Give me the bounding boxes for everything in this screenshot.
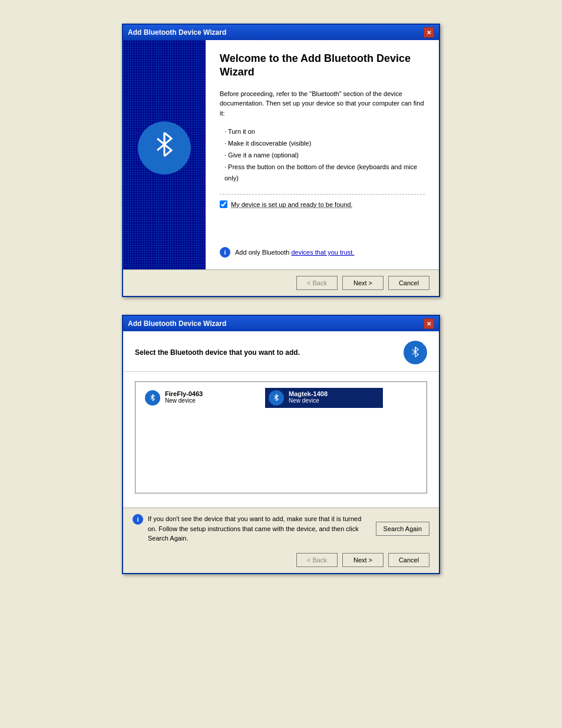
wizard2-info-text: If you don't see the device that you wan… xyxy=(148,514,371,543)
step-1: · Turn it on xyxy=(224,126,425,138)
ready-checkbox[interactable] xyxy=(220,200,227,208)
wizard2-window: Add Bluetooth Device Wizard ✕ Select the… xyxy=(122,315,440,574)
wizard1-steps: · Turn it on · Make it discoverable (vis… xyxy=(220,126,425,185)
wizard2-cancel-button[interactable]: Cancel xyxy=(388,553,429,567)
wizard1-back-button[interactable]: < Back xyxy=(296,276,338,290)
wizard1-left-panel: ® xyxy=(123,40,206,269)
wizard2-header-title: Select the Bluetooth device that you wan… xyxy=(135,348,300,357)
device-magtek-info: Magtek-1408 New device xyxy=(289,390,328,404)
bluetooth-logo-circle xyxy=(138,121,191,174)
wizard1-footer: < Back Next > Cancel xyxy=(123,269,439,296)
step-2: · Make it discoverable (visible) xyxy=(224,138,425,150)
wizard2-info-icon: i xyxy=(133,514,143,525)
device-magtek-type: New device xyxy=(289,397,328,404)
info-icon: i xyxy=(220,247,230,258)
device-magtek-icon xyxy=(269,390,284,406)
device-item-firefly[interactable]: FireFly-0463 New device xyxy=(141,388,259,408)
wizard2-titlebar-text: Add Bluetooth Device Wizard xyxy=(128,319,226,328)
device-firefly-name: FireFly-0463 xyxy=(165,390,203,397)
wizard1-titlebar: Add Bluetooth Device Wizard ✕ xyxy=(123,25,439,40)
wizard2-back-button[interactable]: < Back xyxy=(296,553,338,567)
wizard1-next-button[interactable]: Next > xyxy=(342,276,384,290)
wizard2-bottom: i If you don't see the device that you w… xyxy=(123,508,439,573)
search-again-button[interactable]: Search Again xyxy=(376,522,429,536)
wizard2-header: Select the Bluetooth device that you wan… xyxy=(123,331,439,372)
wizard1-info-row: i Add only Bluetooth devices that you tr… xyxy=(220,247,425,258)
wizard2-next-button[interactable]: Next > xyxy=(342,553,384,567)
device-firefly-type: New device xyxy=(165,397,203,404)
wizard1-titlebar-text: Add Bluetooth Device Wizard xyxy=(128,28,226,37)
device-item-magtek[interactable]: Magtek-1408 New device xyxy=(265,388,383,408)
ready-checkbox-label: My device is set up and ready to be foun… xyxy=(231,201,353,208)
wizard1-heading: Welcome to the Add Bluetooth Device Wiza… xyxy=(220,52,425,80)
wizard1-checkbox-row: My device is set up and ready to be foun… xyxy=(220,194,425,208)
wizard2-body: Select the Bluetooth device that you wan… xyxy=(123,331,439,573)
device-firefly-info: FireFly-0463 New device xyxy=(165,390,203,404)
wizard2-close-button[interactable]: ✕ xyxy=(424,318,434,329)
wizard1-description: Before proceeding, refer to the "Bluetoo… xyxy=(220,89,425,118)
wizard2-devices-area: FireFly-0463 New device xyxy=(123,372,439,508)
wizard1-title-group: Add Bluetooth Device Wizard xyxy=(128,28,226,37)
wizard1-window: Add Bluetooth Device Wizard ✕ ® xyxy=(122,24,440,297)
step-4: · Press the button on the bottom of the … xyxy=(224,162,425,185)
wizard1-info-text: Add only Bluetooth devices that you trus… xyxy=(235,249,354,256)
wizard2-titlebar: Add Bluetooth Device Wizard ✕ xyxy=(123,316,439,331)
wizard1-cancel-button[interactable]: Cancel xyxy=(388,276,429,290)
device-magtek-name: Magtek-1408 xyxy=(289,390,328,397)
wizard1-close-button[interactable]: ✕ xyxy=(424,27,434,38)
devices-grid: FireFly-0463 New device xyxy=(135,381,427,493)
wizard1-body: ® Welcome to the Add xyxy=(123,40,439,269)
wizard2-title-group: Add Bluetooth Device Wizard xyxy=(128,319,226,328)
wizard2-footer: < Back Next > Cancel xyxy=(133,549,429,567)
bluetooth-small-logo: ® xyxy=(404,341,427,364)
wizard2-info-row: i If you don't see the device that you w… xyxy=(133,514,429,543)
registered-small-icon: ® xyxy=(423,341,427,347)
device-firefly-icon xyxy=(145,390,160,406)
bluetooth-large-icon xyxy=(149,130,180,166)
wizard1-right-panel: Welcome to the Add Bluetooth Device Wiza… xyxy=(206,40,439,269)
step-3: · Give it a name (optional) xyxy=(224,150,425,162)
trust-link[interactable]: devices that you trust. xyxy=(291,249,354,256)
